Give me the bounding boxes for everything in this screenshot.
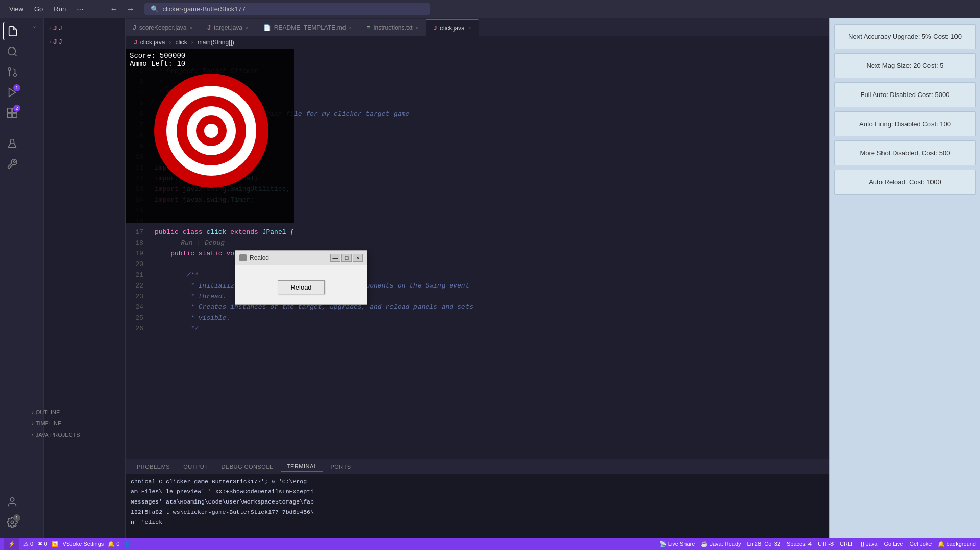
tab-instructions[interactable]: ≡ Instructions.txt × bbox=[359, 19, 426, 36]
person-status[interactable]: 👤 bbox=[124, 541, 131, 547]
java-ready[interactable]: ☕ Java: Ready bbox=[701, 541, 741, 547]
tab-instructions-close[interactable]: × bbox=[416, 25, 419, 31]
upgrade-auto-reload[interactable]: Auto Reload: Cost: 1000 bbox=[834, 170, 976, 195]
menu-view[interactable]: View bbox=[5, 3, 28, 15]
terminal-line-3: Messages' ata\Roaming\Code\User\workspac… bbox=[131, 497, 824, 507]
editor-area: J scoreKeeper.java × J target.java × 📄 R… bbox=[126, 18, 829, 538]
back-button[interactable]: ← bbox=[107, 4, 121, 15]
git-icon[interactable] bbox=[3, 63, 21, 81]
get-joke[interactable]: Get Joke bbox=[909, 541, 932, 547]
breadcrumb-class[interactable]: click bbox=[175, 39, 187, 46]
upgrade-accuracy[interactable]: Next Accuracy Upgrade: 5% Cost: 100 bbox=[834, 24, 976, 49]
file-tree-item2[interactable]: › J J bbox=[44, 36, 125, 47]
status-bar: ⚡ ⚠ 0 ✖ 0 🔁 VSJoke Settings 🔔 0 👤 📡 Live… bbox=[0, 538, 980, 550]
menu-dots[interactable]: ··· bbox=[72, 3, 87, 16]
upgrade-auto-firing[interactable]: Auto Firing: Disabled Cost: 100 bbox=[834, 111, 976, 136]
upgrade-full-auto[interactable]: Full Auto: Disabled Cost: 5000 bbox=[834, 82, 976, 107]
extensions-icon[interactable]: 2 bbox=[3, 104, 21, 122]
timeline-section[interactable]: ›TIMELINE bbox=[27, 418, 107, 429]
encoding[interactable]: UTF-8 bbox=[818, 541, 834, 547]
extensions-badge: 2 bbox=[13, 105, 20, 112]
outline-section[interactable]: ›OUTLINE bbox=[27, 406, 107, 418]
tab-readme[interactable]: 📄 README_TEMPLATE.md × bbox=[256, 19, 359, 36]
reload-button[interactable]: Reload bbox=[278, 280, 324, 294]
dialog-body: Reload bbox=[235, 265, 367, 304]
panel-tabs: PROBLEMS OUTPUT DEBUG CONSOLE TERMINAL P… bbox=[126, 459, 829, 474]
run-debug-icon[interactable]: 1 bbox=[3, 83, 21, 102]
dialog-titlebar: Realod — □ × bbox=[235, 251, 367, 265]
upgrade-mag-size[interactable]: Next Mag Size: 20 Cost: 5 bbox=[834, 53, 976, 78]
tab-target[interactable]: J target.java × bbox=[200, 19, 256, 36]
vsjoke-settings[interactable]: VSJoke Settings bbox=[63, 541, 104, 547]
right-panel: Next Accuracy Upgrade: 5% Cost: 100 Next… bbox=[829, 18, 980, 538]
main-layout: 1 2 1 › › J J › bbox=[0, 18, 980, 538]
status-left: ⚡ ⚠ 0 ✖ 0 🔁 VSJoke Settings 🔔 0 👤 bbox=[4, 538, 131, 550]
svg-point-2 bbox=[14, 74, 17, 77]
search-icon[interactable] bbox=[3, 42, 21, 61]
tab-click-close[interactable]: × bbox=[468, 25, 471, 31]
bullseye-target[interactable] bbox=[151, 69, 274, 192]
tab-bar: J scoreKeeper.java × J target.java × 📄 R… bbox=[126, 18, 829, 36]
terminal-content: chnical C clicker-game-ButterStick177'; … bbox=[126, 474, 829, 538]
flask-icon[interactable] bbox=[3, 134, 21, 153]
spaces[interactable]: Spaces: 4 bbox=[787, 541, 812, 547]
dialog-box[interactable]: Realod — □ × Reload bbox=[235, 250, 368, 305]
breadcrumb-sep2: › bbox=[191, 39, 193, 46]
terminal-line-1: chnical C clicker-game-ButterStick177'; … bbox=[131, 476, 824, 487]
gear-icon[interactable]: 1 bbox=[3, 513, 21, 532]
tab-readme-label: README_TEMPLATE.md bbox=[274, 24, 346, 31]
nav-arrows: ← → bbox=[107, 4, 138, 15]
code-editor[interactable]: Score: 500000 Ammo Left: 10 bbox=[126, 49, 829, 459]
line-endings[interactable]: CRLF bbox=[840, 541, 854, 547]
tab-problems[interactable]: PROBLEMS bbox=[131, 462, 176, 472]
dialog-close-button[interactable]: × bbox=[353, 254, 363, 262]
status-errors[interactable]: ⚠ 0 ✖ 0 bbox=[23, 541, 47, 547]
tab-scorekeeper-close[interactable]: × bbox=[189, 25, 192, 31]
tab-output[interactable]: OUTPUT bbox=[177, 462, 214, 472]
tab-scorekeeper[interactable]: J scoreKeeper.java × bbox=[126, 19, 200, 36]
tab-debug-console[interactable]: DEBUG CONSOLE bbox=[215, 462, 279, 472]
background-status[interactable]: 🔔 background bbox=[938, 541, 976, 547]
game-stats: Score: 500000 Ammo Left: 10 bbox=[130, 52, 185, 68]
search-bar[interactable]: 🔍 clicker-game-ButterStick177 bbox=[144, 3, 430, 15]
language-mode[interactable]: {} Java bbox=[861, 541, 878, 547]
status-remote[interactable]: ⚡ bbox=[4, 538, 19, 550]
breadcrumb-sep1: › bbox=[169, 39, 171, 46]
ammo-display: Ammo Left: 10 bbox=[130, 60, 185, 68]
breadcrumb: J click.java › click › main(String[]) bbox=[126, 36, 829, 49]
tab-readme-close[interactable]: × bbox=[349, 25, 352, 31]
tab-terminal[interactable]: TERMINAL bbox=[281, 461, 324, 472]
status-right: 📡 Live Share ☕ Java: Ready Ln 28, Col 32… bbox=[659, 541, 976, 547]
menu-run[interactable]: Run bbox=[50, 3, 70, 15]
breadcrumb-method[interactable]: main(String[]) bbox=[198, 39, 234, 46]
person-icon[interactable] bbox=[3, 493, 21, 511]
wrench-icon[interactable] bbox=[3, 155, 21, 173]
java-projects-section[interactable]: ›JAVA PROJECTS bbox=[27, 429, 107, 440]
forward-button[interactable]: → bbox=[124, 4, 138, 15]
terminal-line-4: 182f5fa82 t_ws\clicker-game-ButterStick1… bbox=[131, 507, 824, 517]
terminal-line-2: am Files\ le-preview' '-XX:+ShowCodeDeta… bbox=[131, 487, 824, 497]
svg-rect-6 bbox=[8, 108, 12, 112]
tab-target-close[interactable]: × bbox=[246, 25, 249, 31]
go-live[interactable]: Go Live bbox=[884, 541, 903, 547]
notifications[interactable]: 🔔 0 bbox=[108, 541, 119, 547]
file-tree-item[interactable]: › J J bbox=[44, 22, 125, 34]
file-label2: J bbox=[59, 38, 62, 45]
tab-ports[interactable]: PORTS bbox=[324, 462, 357, 472]
cursor-position[interactable]: Ln 28, Col 32 bbox=[747, 541, 780, 547]
svg-point-11 bbox=[11, 521, 14, 524]
dialog-app-icon bbox=[239, 254, 247, 261]
outline-toggle[interactable]: › bbox=[29, 24, 39, 30]
score-display: Score: 500000 bbox=[130, 52, 185, 60]
dialog-minimize-button[interactable]: — bbox=[330, 254, 340, 262]
menu-go[interactable]: Go bbox=[30, 3, 47, 15]
tab-scorekeeper-label: scoreKeeper.java bbox=[139, 24, 187, 31]
dialog-maximize-button[interactable]: □ bbox=[341, 254, 352, 262]
breadcrumb-file[interactable]: click.java bbox=[140, 39, 165, 46]
tab-click[interactable]: J click.java × bbox=[426, 19, 478, 36]
live-share[interactable]: 📡 Live Share bbox=[659, 541, 695, 547]
status-sync[interactable]: 🔁 bbox=[52, 541, 59, 547]
upgrade-more-shot[interactable]: More Shot Disabled, Cost: 500 bbox=[834, 140, 976, 165]
svg-line-1 bbox=[14, 54, 16, 56]
files-icon[interactable] bbox=[3, 22, 21, 40]
